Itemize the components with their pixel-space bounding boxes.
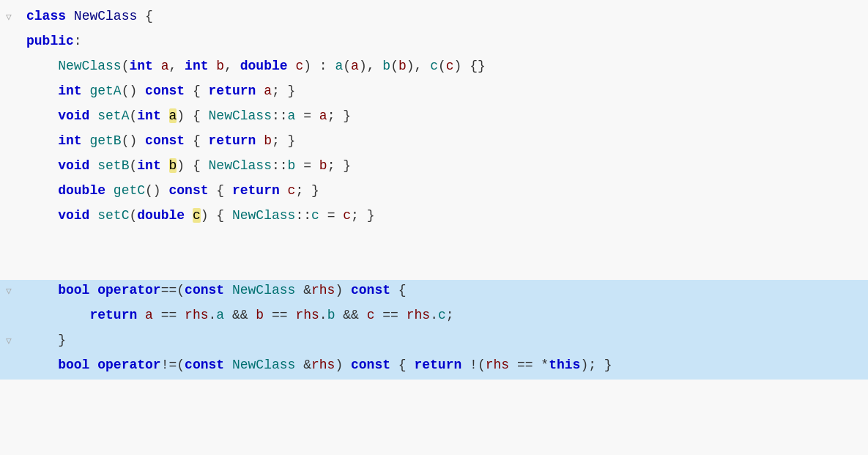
gutter-icon: ▽ <box>6 284 26 300</box>
line-code: NewClass(int a, int b, double c) : a(a),… <box>26 56 859 77</box>
line-code: int getA() const { return a; } <box>26 81 859 102</box>
code-line: int getB() const { return b; } <box>0 130 868 155</box>
line-code: bool operator==(const NewClass &rhs) con… <box>26 280 859 301</box>
line-code: void setB(int b) { NewClass::b = b; } <box>26 155 859 177</box>
line-code: } <box>26 330 859 351</box>
code-line: int getA() const { return a; } <box>0 81 868 106</box>
code-line: NewClass(int a, int b, double c) : a(a),… <box>0 56 868 81</box>
code-line: bool operator!=(const NewClass &rhs) con… <box>0 355 868 380</box>
code-line: void setA(int a) { NewClass::a = a; } <box>0 106 868 130</box>
line-code: void setA(int a) { NewClass::a = a; } <box>26 106 859 127</box>
line-code: void setC(double c) { NewClass::c = c; } <box>26 205 859 226</box>
line-code: return a == rhs.a && b == rhs.b && c == … <box>26 305 859 326</box>
code-editor: ▽class NewClass {public: NewClass(int a,… <box>0 0 868 455</box>
code-line <box>0 230 868 255</box>
line-code: int getB() const { return b; } <box>26 130 859 152</box>
line-code: bool operator!=(const NewClass &rhs) con… <box>26 355 859 376</box>
gutter-icon: ▽ <box>6 334 26 349</box>
code-line: ▽ } <box>0 330 868 355</box>
line-code: class NewClass { <box>26 6 859 27</box>
code-line: void setB(int b) { NewClass::b = b; } <box>0 155 868 180</box>
code-line: double getC() const { return c; } <box>0 180 868 205</box>
gutter-icon: ▽ <box>6 10 26 26</box>
code-line <box>0 255 868 280</box>
code-line: ▽ bool operator==(const NewClass &rhs) c… <box>0 280 868 305</box>
line-code: public: <box>26 31 859 52</box>
code-line: return a == rhs.a && b == rhs.b && c == … <box>0 305 868 330</box>
code-line: ▽class NewClass { <box>0 6 868 31</box>
code-line: public: <box>0 31 868 56</box>
line-code: double getC() const { return c; } <box>26 180 859 201</box>
code-line: void setC(double c) { NewClass::c = c; } <box>0 205 868 230</box>
